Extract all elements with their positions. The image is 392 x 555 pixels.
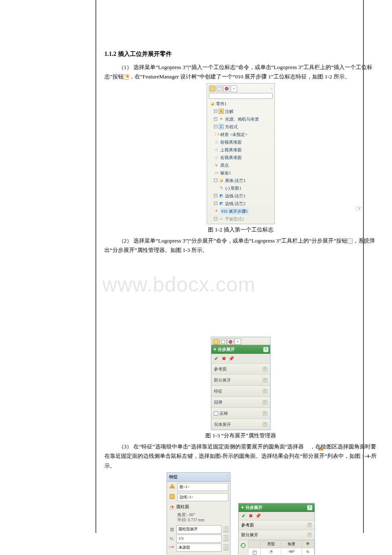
expand-icon[interactable]: + [214,125,217,128]
checkbox[interactable] [214,411,218,416]
tree-flat-pattern[interactable]: +▱平板型式1 [209,215,273,223]
tree-sketch[interactable]: ✎(-) 草图1 [209,185,273,192]
section-label: 参考面 [241,522,254,529]
dropdown-chevron-icon[interactable]: ˅ [223,535,228,541]
pm-section-feature[interactable]: 特征˅ [211,385,270,396]
feature-tree-search[interactable] [209,93,273,99]
figure-1-2-feature-tree: + » ◪零件1 +A注解 +☀光源、相机与布景 +Σ方程式 ⋮≡材质 <未指定… [207,83,275,224]
expand-icon[interactable]: + [214,194,217,197]
pin-button[interactable]: 📌 [228,356,234,361]
tree-edge-flange1[interactable]: +◩边线-法兰1 [209,192,273,199]
tree-annotations[interactable]: +A注解 [209,108,273,115]
chevron-down-icon[interactable]: ˅ [262,378,268,383]
col-radius: 半 [302,541,314,548]
svg-point-2 [225,87,228,90]
tree-unfold-step[interactable]: ✦010 展开步骤1 [209,208,273,215]
tree-material[interactable]: ⋮≡材质 <未指定> [209,131,273,138]
tree-lights[interactable]: +☀光源、相机与布景 [209,116,273,123]
tree-base-flange[interactable]: −◪基体-法兰1 [209,177,273,184]
svg-point-5 [229,340,232,344]
pin-button[interactable]: 📌 [255,513,261,519]
dropdown-chevron-icon[interactable]: ˅ [223,544,228,550]
page-margin-right [363,0,364,533]
dropdown-chevron-icon[interactable]: ˅ [223,526,228,532]
chevron-down-icon[interactable]: ˅ [262,411,268,416]
edge-selector-icon[interactable] [169,493,176,500]
face-selector-icon[interactable] [169,483,176,490]
pm-tab-plus-icon[interactable]: + [234,338,241,345]
tree-origin[interactable]: ↳原点 [209,162,273,169]
panel-section-ref[interactable]: 参考面˅ [239,520,314,530]
pm-section-imprint[interactable]: 压铸˅ [211,408,270,419]
chevron-down-icon[interactable]: ˅ [262,389,268,394]
chevron-up-icon[interactable]: ˆ [227,474,228,480]
para1-text-b: ，在“FeatureManager 设计树”中创建了一个“010 展开步骤 1”… [129,73,350,80]
pm-section-partial[interactable]: 部分展开˅ [211,374,270,385]
method-select[interactable]: 圆柱型展开 [176,525,222,533]
pm-tab-display-icon[interactable] [227,338,234,345]
recycle-icon[interactable] [239,540,248,555]
expand-icon[interactable]: + [214,202,217,205]
edge-flange-icon: ◩ [219,193,224,198]
comment-icon[interactable]: ☞ [355,204,362,213]
edge-selection-value[interactable]: 边线<1> [177,493,228,501]
pm-tab-feature-icon[interactable] [213,338,219,345]
svg-rect-6 [170,494,174,499]
tree-top-plane[interactable]: ◇上视基准面 [209,146,273,153]
pm-title-text: 分步展开 [218,346,235,353]
chevron-down-icon[interactable]: ˅ [307,523,312,527]
tree-edge-flange2[interactable]: +◩边线-法兰2 [209,200,273,207]
help-icon[interactable]: ? [263,347,268,352]
cancel-button[interactable]: ✖ [221,356,227,361]
ok-button[interactable]: ✔ [241,513,246,519]
ok-button[interactable]: ✔ [213,356,219,361]
tree-label: 注解 [225,108,233,115]
section-heading: 1.1.2 插入工位并展开零件 [104,49,377,59]
pm-section-reference[interactable]: 参考面˅ [211,363,270,374]
inline-icon-selector [304,445,310,450]
pm-section-springback[interactable]: 回弹˅ [211,396,270,408]
tree-label: 基体-法兰1 [225,177,245,184]
collapse-icon[interactable]: − [214,179,217,182]
pm-title-icon: ✦ [213,346,216,353]
row-checkbox[interactable]: ✓ [253,551,257,555]
svg-rect-0 [210,87,214,91]
tab-feature-icon[interactable] [209,85,216,92]
tree-root[interactable]: ◪零件1 [209,100,273,107]
tree-sheetmetal[interactable]: ▭钣金1 [209,169,273,176]
plane-icon: ◇ [214,155,219,160]
table-row[interactable]: ✓ ◔ -90° 0. [248,548,314,555]
chevron-down-icon[interactable]: ˅ [262,367,268,372]
model-select[interactable]: 未选型 [176,543,222,552]
pm-buttons: ✔ ✖ 📌 [211,354,270,363]
lights-icon: ☀ [219,116,224,121]
tab-display-icon[interactable] [223,85,230,92]
chevron-down-icon[interactable]: ˅ [262,422,268,427]
chevron-up-icon[interactable]: ˆ [307,532,312,537]
panel-section-partial[interactable]: 部分展开ˆ [239,530,314,540]
tree-front-plane[interactable]: ◇前视基准面 [209,139,273,146]
equation-icon: Σ [219,124,224,129]
inline-icon-step-unfold [347,238,353,244]
collapse-arrow-icon[interactable]: » [271,85,273,92]
pm-section-body-unfold[interactable]: 实体展开˅ [211,419,270,430]
tab-plus-icon[interactable]: + [231,85,237,92]
col-angle: 角度 [281,541,302,548]
chevron-down-icon[interactable]: ˅ [262,400,268,405]
tree-label: 钣金1 [220,169,231,176]
tree-label: 原点 [220,162,229,169]
expand-icon[interactable]: + [214,117,217,121]
ratio-select[interactable]: 1/3 [176,535,222,543]
section-label: 部分展开 [214,376,231,384]
tab-config-icon[interactable] [216,85,223,92]
tree-right-plane[interactable]: ◇右视基准面 [209,154,273,161]
pm-tab-config-icon[interactable] [220,338,227,345]
expand-icon[interactable]: + [214,110,217,113]
page-margin-left [95,0,96,533]
sheetmetal-icon: ▭ [214,170,219,175]
tree-equation[interactable]: +Σ方程式 [209,123,273,130]
face-selection-value[interactable]: 面<1> [177,483,228,491]
expand-icon[interactable]: + [214,217,217,220]
cancel-button[interactable]: ✖ [248,513,254,519]
help-icon[interactable]: ? [307,505,312,510]
